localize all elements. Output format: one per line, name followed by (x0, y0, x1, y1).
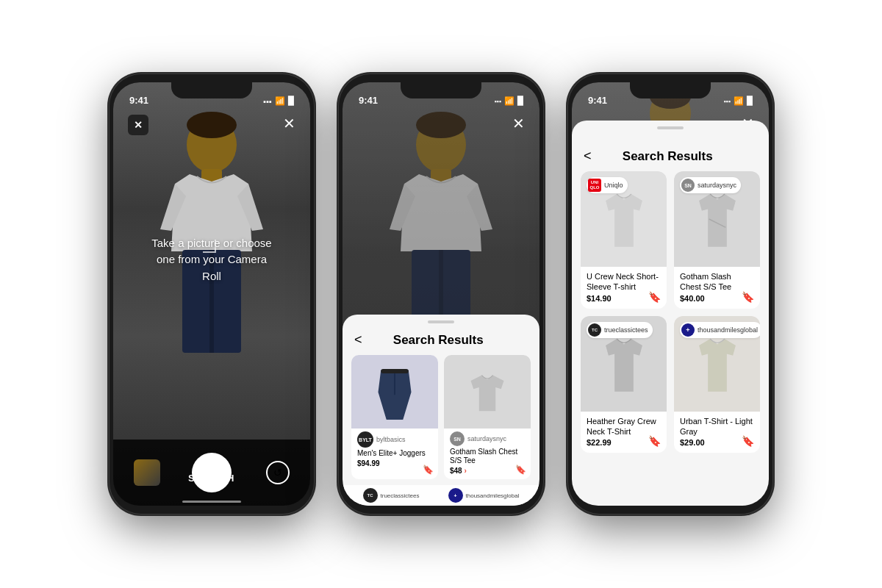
thousandmiles-logo: + (681, 323, 695, 337)
back-button-3[interactable]: < (584, 148, 592, 164)
brand-strip-2: TC trueclassictees + thousandmilesglobal (343, 485, 539, 506)
notch-1 (171, 82, 252, 98)
bookmark-trueclassic[interactable]: 🔖 (648, 435, 661, 447)
thousandmiles-brand-label: thousandmilesglobal (698, 326, 758, 334)
product-card-saturdays[interactable]: SN saturdaysnyc Gotham Slash Chest S/S T… (674, 171, 760, 309)
trueclassic-logo: TC (588, 323, 601, 337)
wifi-icon-3: 📶 (734, 96, 744, 106)
product-name-saturdays: Gotham Slash Chest S/S Tee (680, 271, 754, 293)
product-name-trueclassic: Heather Gray Crew Neck T-Shirt (587, 416, 661, 437)
product-price-joggers: $94.99 (357, 459, 432, 467)
products-grid-3: UNIQLO Uniqlo U Crew Neck Short-Sleeve T… (572, 171, 769, 453)
status-icons-1: ▪▪▪ 📶 ▉ (263, 96, 294, 106)
battery-icon: ▉ (288, 96, 294, 106)
notch-2 (401, 82, 481, 98)
home-indicator-1 (182, 501, 241, 503)
product-card-tee-2[interactable]: SN saturdaysnyc Gotham Slash Chest S/S T… (444, 355, 531, 479)
uniqlo-brand-label: Uniqlo (604, 182, 623, 189)
svg-point-7 (416, 112, 466, 138)
product-image-tee-2 (444, 355, 531, 429)
bookmark-joggers[interactable]: 🔖 (423, 465, 434, 475)
thousandmiles-strip: + thousandmilesglobal (448, 488, 520, 503)
camera-instruction-text: Take a picture or choose one from your C… (146, 235, 278, 285)
trueclassic-logo-strip: TC (363, 488, 378, 503)
saturdays-brand-label: saturdaysnyc (698, 182, 736, 189)
trueclassic-strip: TC trueclassictees (363, 488, 420, 503)
product-card-joggers[interactable]: BYLT byltbasics Men's Elite+ Joggers $94… (351, 355, 438, 479)
search-results-sheet-2: < Search Results (343, 315, 539, 506)
wifi-icon-2: 📶 (504, 96, 514, 106)
search-results-sheet-3: < Search Results UNIQLO Uniqlo (572, 121, 769, 506)
sheet-header-2: < Search Results (343, 332, 539, 355)
product-image-trueclassic: TC trueclassictees (581, 316, 667, 412)
notch-3 (630, 82, 711, 98)
product-image-uniqlo: UNIQLO Uniqlo (581, 171, 667, 267)
saturdays-brand-logo: SN (450, 431, 465, 446)
app-logo[interactable]: ✕ (128, 115, 148, 135)
phone-3: 9:41 ▪▪▪ 📶 ▉ ✕ < Search Results (567, 74, 773, 514)
product-name-joggers: Men's Elite+ Joggers (357, 449, 432, 458)
bookmark-uniqlo[interactable]: 🔖 (648, 291, 661, 303)
product-image-saturdays: SN saturdaysnyc (674, 171, 760, 267)
sheet-title-2: Search Results (371, 333, 506, 348)
battery-icon-2: ▉ (517, 96, 523, 106)
status-time-1: 9:41 (129, 95, 148, 106)
product-image-joggers (351, 355, 438, 429)
trueclassic-brand-badge: TC trueclassictees (587, 322, 653, 338)
product-card-uniqlo[interactable]: UNIQLO Uniqlo U Crew Neck Short-Sleeve T… (581, 171, 667, 309)
status-icons-2: ▪▪▪ 📶 ▉ (494, 96, 523, 106)
signal-icon-3: ▪▪▪ (723, 98, 731, 105)
close-button-2[interactable]: ✕ (512, 115, 525, 132)
saturdays-logo: SN (681, 179, 695, 192)
products-grid-2: BYLT byltbasics Men's Elite+ Joggers $94… (343, 355, 539, 479)
sheet-header-3: < Search Results (572, 138, 769, 171)
signal-icon-2: ▪▪▪ (494, 98, 501, 105)
photo-library-button[interactable] (134, 459, 160, 486)
battery-icon-3: ▉ (747, 96, 753, 106)
phone-1: Take a picture or choose one from your C… (109, 74, 315, 514)
bookmark-saturdays[interactable]: 🔖 (742, 291, 754, 303)
bookmark-tee-2[interactable]: 🔖 (515, 465, 526, 475)
saturdays-brand-name: saturdaysnyc (467, 435, 506, 442)
status-icons-3: ▪▪▪ 📶 ▉ (723, 96, 753, 106)
status-time-2: 9:41 (359, 95, 378, 106)
uniqlo-brand-badge: UNIQLO Uniqlo (587, 177, 628, 193)
phone-2: 9:41 ▪▪▪ 📶 ▉ ✕ < Search Results (338, 74, 544, 514)
uniqlo-logo: UNIQLO (588, 179, 601, 192)
thousandmiles-logo-strip: + (448, 488, 463, 503)
product-card-trueclassic[interactable]: TC trueclassictees Heather Gray Crew Nec… (581, 316, 667, 453)
thousandmiles-brand-badge: + thousandmilesglobal (680, 322, 760, 338)
signal-icon: ▪▪▪ (263, 97, 272, 106)
saturdays-brand-badge: SN saturdaysnyc (680, 177, 741, 193)
bylt-brand-logo: BYLT (357, 431, 373, 448)
product-card-thousandmiles[interactable]: + thousandmilesglobal Urban T-Shirt - Li… (674, 316, 760, 453)
wifi-icon: 📶 (275, 96, 285, 106)
product-image-thousandmiles: + thousandmilesglobal (674, 316, 760, 412)
camera-switch-button[interactable]: ↺ (266, 461, 290, 484)
bylt-brand-name: byltbasics (376, 436, 406, 443)
thousandmiles-name-strip: thousandmilesglobal (466, 492, 520, 499)
product-name-uniqlo: U Crew Neck Short-Sleeve T-shirt (587, 271, 661, 293)
sheet-handle-2 (428, 320, 454, 323)
product-name-thousandmiles: Urban T-Shirt - Light Gray (680, 416, 754, 437)
search-label: SEARCH (188, 473, 235, 484)
product-name-tee-2: Gotham Slash Chest S/S Tee (450, 448, 525, 465)
status-time-3: 9:41 (588, 95, 607, 106)
sheet-handle-3 (657, 126, 684, 129)
close-button-1[interactable]: ✕ (283, 115, 295, 132)
trueclassic-name-strip: trueclassictees (381, 492, 420, 499)
svg-rect-12 (381, 369, 409, 373)
trueclassic-brand-label: trueclassictees (604, 326, 648, 334)
back-button-2[interactable]: < (354, 332, 362, 348)
product-price-tee-2: $48 (450, 467, 525, 475)
bookmark-thousandmiles[interactable]: 🔖 (742, 435, 754, 447)
sheet-title-3: Search Results (600, 149, 735, 164)
